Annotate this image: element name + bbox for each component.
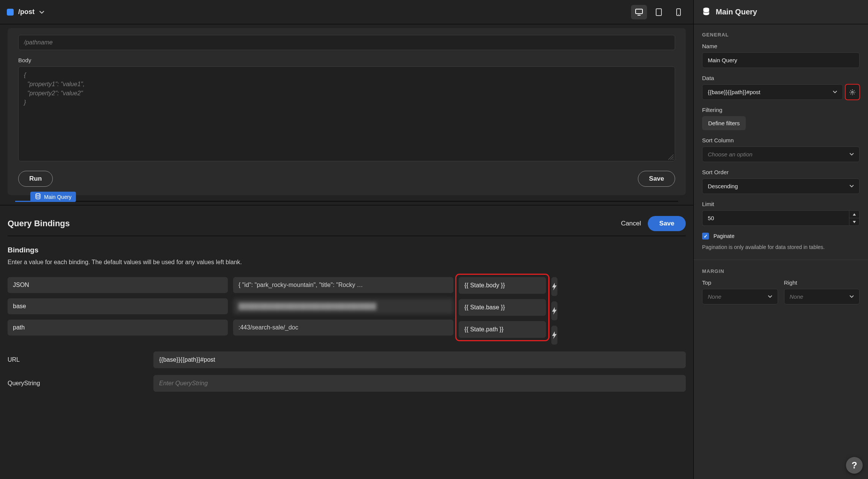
binding-name: JSON xyxy=(8,277,228,293)
limit-increment-button[interactable] xyxy=(849,211,859,218)
bolt-icon xyxy=(551,307,557,315)
app-icon xyxy=(7,9,14,16)
body-label: Body xyxy=(18,57,675,63)
desktop-icon xyxy=(635,8,643,16)
data-label: Data xyxy=(702,75,860,81)
help-button[interactable]: ? xyxy=(846,457,863,474)
main-query-pill[interactable]: Main Query xyxy=(30,192,76,202)
save-button[interactable]: Save xyxy=(638,171,675,187)
paginate-label: Paginate xyxy=(713,233,734,239)
margin-top-select[interactable]: None xyxy=(702,289,778,304)
data-select[interactable]: {{base}}{{path}}#post xyxy=(702,84,843,100)
paginate-hint: Pagination is only available for data st… xyxy=(702,243,860,251)
binding-default: :443/search-sale/_doc xyxy=(233,320,453,336)
device-toggle xyxy=(631,5,687,19)
chevron-down-icon xyxy=(849,151,854,158)
limit-input[interactable] xyxy=(702,210,849,226)
margin-right-select[interactable]: None xyxy=(784,289,860,304)
name-input[interactable] xyxy=(702,52,860,68)
top-bar: /post xyxy=(0,0,693,24)
side-panel: Main Query General Name Data {{base}}{{p… xyxy=(693,0,868,479)
paginate-checkbox[interactable]: ✓ xyxy=(702,233,709,240)
binding-default: ████████████████████████████████ xyxy=(233,298,453,314)
run-button[interactable]: Run xyxy=(18,171,53,187)
bindings-section-title: Bindings xyxy=(8,246,686,254)
svg-point-4 xyxy=(36,194,40,195)
margin-right-label: Right xyxy=(784,279,860,286)
bolt-button[interactable] xyxy=(551,301,557,320)
url-label: URL xyxy=(8,356,148,363)
sort-column-placeholder: Choose an option xyxy=(708,151,753,158)
bolt-icon xyxy=(551,283,557,290)
section-margin: Margin xyxy=(702,268,860,274)
name-label: Name xyxy=(702,43,860,49)
editor-pane: Body Run Save Main Query xyxy=(0,24,693,202)
save-bindings-button[interactable]: Save xyxy=(648,216,686,231)
chevron-down-icon xyxy=(853,221,856,223)
bindings-hint: Enter a value for each binding. The defa… xyxy=(8,259,686,266)
gear-icon xyxy=(849,89,856,96)
divider xyxy=(694,260,868,260)
binding-state-input[interactable] xyxy=(459,277,546,294)
mobile-icon xyxy=(676,8,681,16)
chevron-down-icon[interactable] xyxy=(39,9,44,15)
limit-label: Limit xyxy=(702,201,860,207)
binding-default: { "id": "park_rocky-mountain", "title": … xyxy=(233,277,453,293)
svg-point-6 xyxy=(852,91,854,93)
binding-name: path xyxy=(8,320,228,336)
pathname-input[interactable] xyxy=(18,35,675,50)
margin-top-value: None xyxy=(708,293,721,300)
filtering-label: Filtering xyxy=(702,107,860,113)
chevron-down-icon xyxy=(833,89,837,95)
chevron-up-icon xyxy=(853,213,856,216)
tablet-icon xyxy=(655,8,662,16)
margin-right-value: None xyxy=(790,293,803,300)
url-input[interactable] xyxy=(153,351,686,368)
cancel-button[interactable]: Cancel xyxy=(621,220,641,227)
breadcrumb[interactable]: /post xyxy=(18,8,35,16)
divider xyxy=(15,201,678,202)
data-select-value: {{base}}{{path}}#post xyxy=(708,89,761,95)
querystring-input[interactable] xyxy=(153,375,686,392)
sort-order-select[interactable]: Descending xyxy=(702,178,860,194)
svg-rect-1 xyxy=(656,9,661,16)
bolt-icon xyxy=(551,331,557,339)
bolt-button[interactable] xyxy=(551,277,557,296)
bindings-title: Query Bindings xyxy=(8,219,70,228)
sort-order-label: Sort Order xyxy=(702,169,860,175)
side-panel-title: Main Query xyxy=(716,8,757,16)
binding-state-input[interactable] xyxy=(459,299,546,316)
svg-rect-0 xyxy=(636,9,642,14)
chevron-down-icon xyxy=(849,183,854,189)
limit-decrement-button[interactable] xyxy=(849,218,859,225)
querystring-label: QueryString xyxy=(8,380,148,387)
define-filters-button[interactable]: Define filters xyxy=(702,116,746,130)
desktop-view-button[interactable] xyxy=(631,5,647,19)
main-query-pill-label: Main Query xyxy=(44,194,71,200)
database-icon xyxy=(35,193,41,200)
chevron-down-icon xyxy=(849,293,854,300)
binding-state-input[interactable] xyxy=(459,321,546,338)
margin-top-label: Top xyxy=(702,279,778,286)
sort-order-value: Descending xyxy=(708,183,738,189)
data-settings-button[interactable] xyxy=(845,84,860,100)
chevron-down-icon xyxy=(768,293,772,300)
bolt-button[interactable] xyxy=(551,326,557,345)
binding-name: base xyxy=(8,298,228,314)
mobile-view-button[interactable] xyxy=(671,5,687,19)
svg-point-3 xyxy=(678,14,679,15)
body-textarea[interactable] xyxy=(18,66,675,161)
sort-column-select[interactable]: Choose an option xyxy=(702,147,860,162)
state-column-highlight xyxy=(456,275,548,340)
tablet-view-button[interactable] xyxy=(651,5,667,19)
database-icon xyxy=(702,7,710,17)
bindings-panel: Query Bindings Cancel Save Bindings Ente… xyxy=(0,205,693,479)
section-general: General xyxy=(702,32,860,38)
sort-column-label: Sort Column xyxy=(702,137,860,143)
